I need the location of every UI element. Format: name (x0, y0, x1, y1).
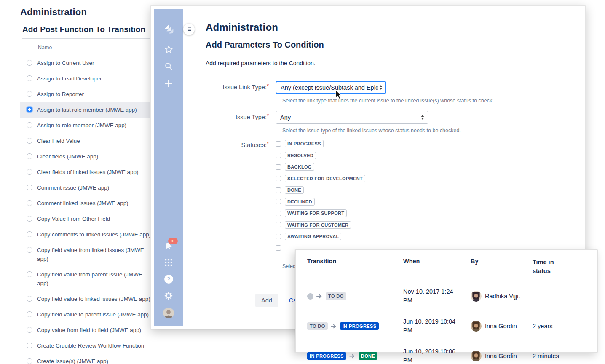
status-checkbox[interactable] (276, 164, 281, 170)
status-option: RESOLVED (276, 153, 365, 158)
list-item-label: Clear fields (JMWE app) (37, 152, 98, 161)
by-cell: Radhika Vijji. (471, 291, 533, 302)
status-lozenge-to: TO DO (326, 292, 346, 300)
list-item-label: Copy field value to linked issues (JMWE … (37, 294, 150, 303)
status-option: IN PROGRESS (276, 141, 365, 147)
status-checkbox[interactable] (276, 153, 281, 158)
jira-logo-icon[interactable] (163, 23, 174, 35)
required-marker: * (267, 83, 269, 89)
radio-button[interactable] (27, 122, 32, 128)
radio-button[interactable] (27, 91, 32, 97)
app-switcher-icon[interactable] (164, 258, 173, 267)
status-option: AWAITING APPROVAL (276, 233, 365, 239)
radio-button[interactable] (27, 185, 32, 190)
admin-title: Administration (206, 21, 583, 33)
radio-button[interactable] (27, 327, 32, 333)
column-header-transition: Transition (307, 258, 403, 276)
list-item-label: Create issue(s) (JMWE app) (37, 357, 108, 364)
status-checkbox[interactable] (276, 176, 281, 181)
search-icon[interactable] (164, 62, 173, 71)
status-lozenge: IN PROGRESS (285, 140, 324, 147)
transition-history-panel: Transition When By Time in status TO DO … (295, 249, 598, 353)
when-cell: Jun 10, 2019 10:04 PM (403, 317, 471, 335)
list-item[interactable]: Create issue(s) (JMWE app) (20, 353, 178, 364)
radio-button[interactable] (27, 311, 32, 317)
status-checkbox[interactable] (276, 187, 281, 193)
issue-link-type-row: Issue Link Type:* Any (except Issue/Subt… (206, 81, 583, 94)
user-avatar (471, 321, 482, 332)
status-checkbox[interactable] (276, 234, 281, 239)
radio-button[interactable] (27, 271, 32, 277)
notification-count-badge: 9+ (168, 238, 178, 244)
transition-arrow-icon (349, 354, 356, 359)
user-avatar (471, 351, 482, 361)
transition-cell: TO DO (307, 292, 403, 300)
radio-button[interactable] (27, 231, 32, 237)
by-cell: Inna Gordin (471, 321, 533, 332)
column-header-when: When (403, 258, 471, 276)
list-item-label: Clear Field Value (37, 136, 80, 145)
radio-button[interactable] (27, 200, 32, 206)
help-icon[interactable]: ? (164, 275, 173, 284)
settings-gear-icon[interactable] (164, 291, 173, 300)
status-option: WAITING FOR CUSTOMER (276, 222, 365, 228)
history-table-header: Transition When By Time in status (307, 253, 590, 281)
list-item-label: Copy comments to linked issues (JMWE app… (37, 230, 151, 239)
profile-avatar[interactable] (163, 307, 174, 318)
transition-cell: IN PROGRESS DONE (307, 352, 403, 360)
star-icon[interactable] (164, 45, 174, 54)
status-lozenge: WAITING FOR SUPPORT (285, 209, 347, 217)
status-lozenge-to: DONE (359, 352, 377, 360)
list-item-label: Copy field value to parent issue (JMWE a… (37, 310, 149, 319)
add-button[interactable]: Add (255, 294, 278, 307)
list-item-label: Copy field value from linked issues (JMW… (37, 246, 146, 263)
radio-button[interactable] (27, 216, 32, 222)
status-checkbox[interactable] (276, 141, 281, 147)
issue-link-type-select[interactable]: Any (except Issue/Subtask and Epic (276, 81, 386, 94)
history-row: TO DO IN PROGRESS Jun 10, 2019 10:04 PM … (307, 311, 590, 341)
radio-button[interactable] (27, 296, 32, 302)
transition-arrow-icon (331, 324, 337, 329)
radio-button[interactable] (27, 60, 32, 66)
list-item-label: Assign to Lead Developer (37, 74, 102, 83)
time-in-status-cell: 2 years (533, 323, 590, 329)
radio-button[interactable] (27, 169, 32, 175)
initial-status-dot-icon (307, 293, 313, 300)
status-checkbox[interactable] (276, 245, 281, 251)
transition-arrow-icon (316, 294, 323, 299)
radio-button[interactable] (27, 75, 32, 81)
list-item-label: Copy value from field to field (JMWE app… (37, 326, 141, 335)
column-header-time-in-status: Time in status (533, 258, 590, 276)
collapse-menu-icon (186, 26, 192, 32)
required-marker: * (267, 140, 269, 147)
list-item-label: Create Crucible Review Workflow Function (37, 341, 144, 350)
when-cell: Nov 10, 2017 1:24 PM (403, 287, 471, 305)
radio-button[interactable] (27, 343, 32, 348)
issue-type-select[interactable]: Any (276, 111, 428, 124)
radio-button[interactable] (27, 138, 32, 144)
status-option: DONE (276, 187, 365, 193)
issue-type-value: Any (280, 114, 291, 121)
when-cell: Jun 10, 2019 10:06 PM (403, 347, 471, 364)
status-lozenge: DECLINED (285, 198, 315, 206)
select-spinner-icon (421, 115, 424, 120)
status-lozenge: RESOLVED (285, 152, 316, 159)
issue-type-help: Select the issue type of the linked issu… (282, 128, 583, 134)
list-item-label: Copy field value from parent issue (JMWE… (37, 270, 146, 288)
statuses-checkbox-list: IN PROGRESS RESOLVED BACKLOG SELECTED FO… (276, 141, 365, 257)
radio-button-selected[interactable] (27, 107, 32, 112)
notifications-bell-icon[interactable]: 9+ (163, 241, 174, 252)
list-item-label: Assign to Reporter (37, 90, 84, 99)
list-item[interactable]: Create Crucible Review Workflow Function (20, 338, 178, 353)
sidebar-toggle-button[interactable] (183, 24, 195, 35)
radio-button[interactable] (27, 358, 32, 364)
status-checkbox[interactable] (276, 211, 281, 216)
status-checkbox[interactable] (276, 222, 281, 228)
radio-button[interactable] (27, 153, 32, 159)
radio-button[interactable] (27, 247, 32, 253)
status-checkbox[interactable] (276, 199, 281, 204)
status-lozenge-to: IN PROGRESS (340, 322, 379, 330)
plus-icon[interactable] (163, 78, 174, 88)
condition-description: Add required parameters to the Condition… (206, 60, 583, 67)
issue-link-type-value: Any (except Issue/Subtask and Epic (281, 84, 378, 91)
